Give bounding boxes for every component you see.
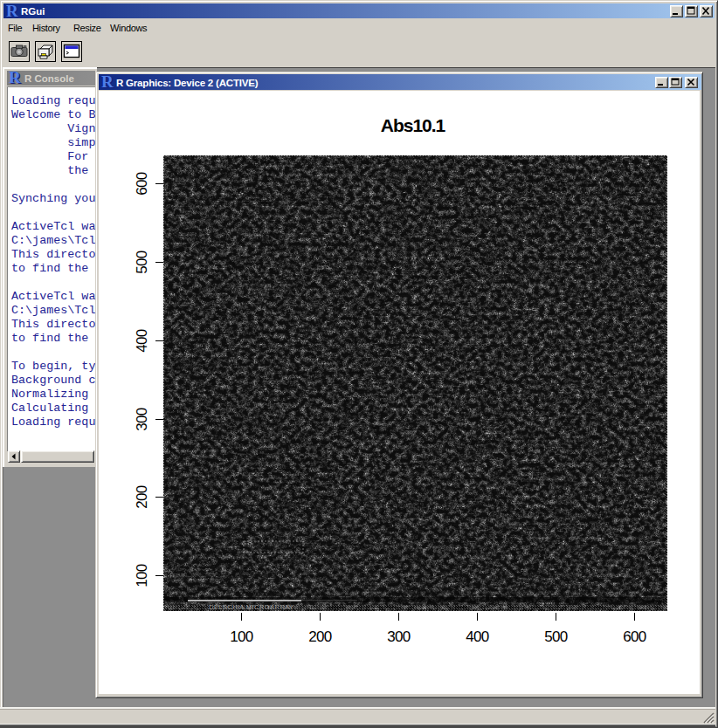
svg-text:R: R (9, 67, 21, 86)
svg-text:600: 600 (134, 172, 150, 196)
svg-text:300: 300 (134, 408, 150, 431)
svg-text:300: 300 (387, 628, 411, 645)
svg-text:500: 500 (544, 628, 568, 645)
svg-text:R: R (101, 72, 114, 90)
svg-text:600: 600 (623, 628, 646, 645)
svg-text:500: 500 (134, 251, 150, 274)
svg-text:400: 400 (466, 628, 489, 645)
svg-text:100: 100 (134, 564, 150, 587)
svg-text:200: 200 (134, 485, 150, 509)
svg-text:400: 400 (134, 329, 150, 353)
svg-text:200: 200 (308, 628, 332, 645)
svg-text:100: 100 (230, 628, 253, 645)
svg-text:R: R (6, 2, 18, 20)
